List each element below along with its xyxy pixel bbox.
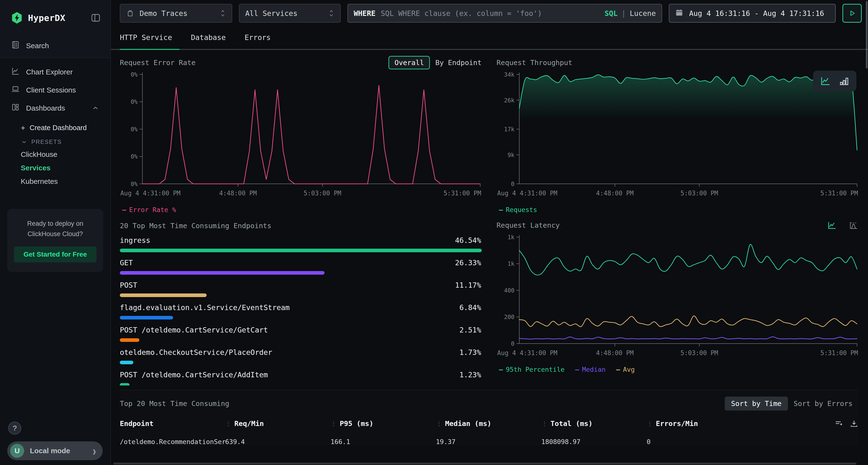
user-menu[interactable]: U Local mode ›	[7, 441, 103, 460]
help-button[interactable]: ?	[8, 422, 21, 435]
endpoint-row[interactable]: GET26.33%	[120, 259, 482, 275]
column-header[interactable]: ⋮Median (ms)	[436, 420, 541, 428]
endpoint-row[interactable]: POST11.17%	[120, 281, 482, 297]
where-chip: WHERE	[354, 9, 375, 18]
column-header-label: P95 (ms)	[340, 420, 373, 428]
query-language-toggle: SQL | Lucene	[604, 9, 656, 18]
by-endpoint-button[interactable]: By Endpoint	[435, 59, 482, 67]
endpoint-percent: 26.33%	[455, 259, 481, 267]
svg-text:Aug 4 4:31:00 PM: Aug 4 4:31:00 PM	[497, 350, 557, 357]
svg-text:0%: 0%	[131, 71, 138, 78]
svg-text:0%: 0%	[131, 181, 138, 188]
sort-by-errors-button[interactable]: Sort by Errors	[788, 397, 858, 410]
endpoint-row[interactable]: oteldemo.CheckoutService/PlaceOrder1.73%	[120, 348, 482, 364]
sidebar-item-chart-explorer[interactable]: Chart Explorer	[0, 63, 111, 81]
plus-icon: +	[21, 124, 25, 132]
panel-title: Request Latency	[497, 221, 560, 229]
endpoint-row[interactable]: POST /oteldemo.CartService/GetCart2.51%	[120, 326, 482, 342]
latency-legend: —95th Percentile—Median—Avg	[499, 366, 859, 373]
sort-by-time-button[interactable]: Sort by Time	[725, 397, 788, 410]
brand-row: HyperDX	[0, 0, 111, 37]
histogram-icon[interactable]	[849, 221, 858, 230]
tab-http-service[interactable]: HTTP Service	[120, 26, 179, 49]
svg-text:26k: 26k	[504, 97, 515, 104]
sql-mode-button[interactable]: SQL	[604, 9, 618, 18]
line-chart-icon[interactable]	[827, 221, 837, 230]
panel-top-table: Top 20 Most Time Consuming Sort by Time …	[120, 390, 858, 445]
column-header[interactable]: ⋮Errors/Min	[647, 420, 830, 428]
drag-handle-icon[interactable]: ⋮	[331, 420, 337, 427]
endpoint-label: flagd.evaluation.v1.Service/EventStream	[120, 303, 289, 312]
line-chart-icon[interactable]	[820, 75, 831, 87]
throughput-svg: 34k26k17k9k0Aug 4 4:31:00 PM4:48:00 PM5:…	[497, 71, 859, 205]
svg-text:5:31:00 PM: 5:31:00 PM	[820, 350, 858, 357]
select-updown-icon	[220, 9, 226, 18]
endpoint-row[interactable]: ingress46.54%	[120, 236, 482, 252]
svg-text:4:48:00 PM: 4:48:00 PM	[596, 190, 633, 197]
column-header[interactable]: ⋮Req/Min	[225, 420, 331, 428]
table-title: Top 20 Most Time Consuming	[120, 399, 229, 408]
column-header-label: Median (ms)	[445, 420, 491, 428]
sidebar-item-label: Client Sessions	[26, 86, 76, 94]
service-select[interactable]: All Services	[239, 4, 341, 23]
create-dashboard-button[interactable]: + Create Dashboard	[15, 121, 111, 135]
drag-handle-icon[interactable]: ⋮	[225, 420, 231, 427]
panel-request-throughput: Request Throughput 34k26k17k9k0Aug 4 4:3…	[497, 51, 859, 213]
table-row[interactable]: /oteldemo.RecommendationServ639.4166.119…	[120, 438, 858, 445]
get-started-button[interactable]: Get Started for Free	[14, 246, 97, 262]
preset-clickhouse[interactable]: ClickHouse	[15, 148, 111, 161]
tab-errors[interactable]: Errors	[245, 26, 278, 49]
endpoint-percent: 6.84%	[459, 303, 481, 312]
column-header[interactable]: ⋮P95 (ms)	[331, 420, 436, 428]
svg-text:5:03:00 PM: 5:03:00 PM	[680, 190, 718, 197]
sidebar-item-client-sessions[interactable]: Client Sessions	[0, 81, 111, 99]
drag-handle-icon[interactable]: ⋮	[436, 420, 442, 427]
svg-text:200: 200	[504, 314, 514, 321]
column-header[interactable]: Endpoint	[120, 420, 225, 428]
table-cell: 639.4	[225, 438, 331, 445]
panel-title: 20 Top Most Time Consuming Endpoints	[120, 222, 482, 230]
drag-handle-icon[interactable]: ⋮	[541, 420, 548, 427]
legend-item: —Median	[575, 366, 606, 373]
run-query-button[interactable]	[842, 4, 862, 23]
tab-database[interactable]: Database	[191, 26, 233, 49]
service-select-value: All Services	[245, 9, 298, 18]
column-header[interactable]: ⋮Total (ms)	[541, 420, 647, 428]
column-filter-icon[interactable]	[834, 419, 843, 428]
sidebar-item-label: Dashboards	[26, 104, 65, 112]
create-dashboard-label: Create Dashboard	[30, 124, 87, 132]
sidebar-item-dashboards[interactable]: Dashboards	[0, 99, 111, 117]
svg-text:0: 0	[511, 181, 514, 188]
sidebar-collapse-icon[interactable]	[91, 13, 101, 23]
legend-item: —95th Percentile	[499, 366, 565, 373]
table-actions	[830, 419, 858, 428]
panel-title: Request Error Rate	[120, 59, 195, 67]
time-range-picker[interactable]: Aug 4 16:31:16 - Aug 4 17:31:16	[669, 4, 836, 23]
presets-header[interactable]: PRESETS	[15, 135, 111, 148]
table-cell: 166.1	[331, 438, 436, 445]
latency-chart: 1k1k4002000Aug 4 4:31:00 PM4:48:00 PM5:0…	[497, 233, 859, 365]
dashboards-icon	[11, 103, 20, 113]
source-select[interactable]: Demo Traces	[120, 4, 232, 23]
endpoint-row[interactable]: flagd.evaluation.v1.Service/EventStream6…	[120, 303, 482, 320]
throughput-legend: —Requests	[499, 206, 859, 213]
sidebar-item-search[interactable]: Search	[0, 37, 111, 55]
clickhouse-cloud-promo-card: Ready to deploy on ClickHouse Cloud? Get…	[7, 209, 103, 272]
preset-kubernetes[interactable]: Kubernetes	[15, 175, 111, 188]
lucene-mode-button[interactable]: Lucene	[630, 9, 656, 18]
user-mode-label: Local mode	[30, 447, 70, 455]
search-input[interactable]	[380, 9, 600, 18]
bar-chart-icon[interactable]	[839, 75, 850, 87]
preset-services[interactable]: Services	[15, 161, 111, 175]
endpoint-label: GET	[120, 259, 133, 267]
endpoint-percent: 11.17%	[455, 281, 481, 289]
endpoint-label: oteldemo.CheckoutService/PlaceOrder	[120, 348, 272, 357]
endpoint-row[interactable]: POST /oteldemo.CartService/AddItem1.23%	[120, 371, 482, 386]
horizontal-scrollbar[interactable]	[113, 463, 857, 465]
vertical-scrollbar[interactable]	[866, 1, 868, 68]
chevron-down-icon	[21, 138, 28, 145]
download-icon[interactable]	[850, 419, 858, 428]
overall-button[interactable]: Overall	[389, 56, 430, 69]
panel-request-error-rate: Request Error Rate Overall By Endpoint 0…	[120, 51, 482, 213]
drag-handle-icon[interactable]: ⋮	[647, 420, 653, 427]
